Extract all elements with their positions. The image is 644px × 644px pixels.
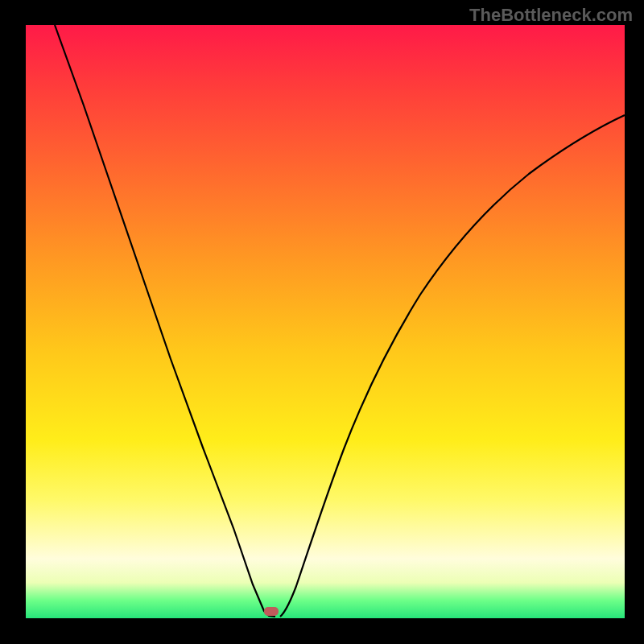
- curve-right-branch: [280, 115, 625, 617]
- chart-plot-area: [26, 25, 625, 618]
- bottleneck-curve: [26, 25, 625, 618]
- watermark-text: TheBottleneck.com: [469, 5, 633, 26]
- curve-left-branch: [55, 25, 275, 617]
- optimum-marker: [264, 607, 279, 616]
